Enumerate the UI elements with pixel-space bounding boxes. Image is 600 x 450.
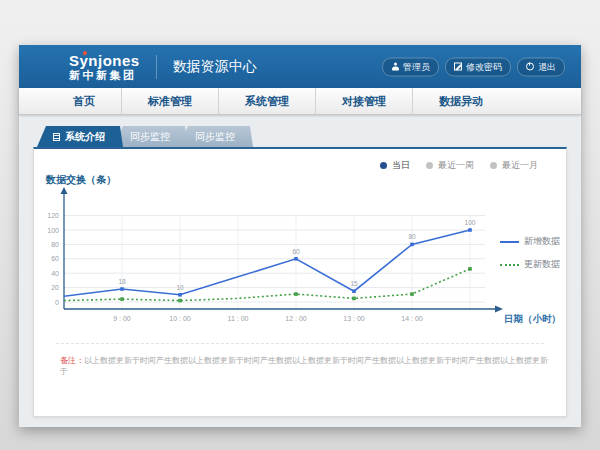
nav-item-system-mgmt[interactable]: 系统管理 — [219, 88, 316, 114]
svg-text:120: 120 — [47, 212, 59, 219]
user-button-label: 管理员 — [403, 60, 430, 73]
range-label: 最近一月 — [502, 159, 538, 172]
y-axis-title: 数据交换（条） — [46, 173, 116, 187]
svg-text:9 : 00: 9 : 00 — [113, 315, 131, 322]
x-axis-title: 日期（小时） — [504, 313, 561, 326]
user-button[interactable]: 管理员 — [382, 57, 439, 76]
tab-label: 同步监控 — [130, 130, 170, 144]
radio-dot-icon — [426, 162, 433, 169]
svg-text:60: 60 — [51, 255, 59, 262]
main-nav: 首页 标准管理 系统管理 对接管理 数据异动 — [19, 88, 581, 115]
change-password-button[interactable]: 修改密码 — [445, 57, 511, 76]
radio-dot-icon — [490, 162, 497, 169]
tab-label: 系统介绍 — [65, 130, 105, 144]
solid-line-swatch-icon — [500, 241, 519, 243]
svg-text:18: 18 — [118, 278, 126, 285]
nav-item-interface-mgmt[interactable]: 对接管理 — [316, 88, 413, 114]
tab-label: 同步监控 — [195, 130, 235, 144]
svg-text:60: 60 — [292, 248, 300, 255]
footnote-label: 备注： — [60, 356, 84, 365]
time-range-filters: 当日 最近一周 最近一月 — [380, 159, 538, 172]
header-actions: 管理员 修改密码 退出 — [382, 57, 565, 76]
legend-item-updated-data: 更新数据 — [500, 258, 560, 271]
range-last-week[interactable]: 最近一周 — [426, 159, 474, 172]
range-label: 最近一周 — [438, 159, 474, 172]
svg-text:80: 80 — [51, 241, 59, 248]
footnote-text: 以上数据更新于时间产生数据以上数据更新于时间产生数据以上数据更新于时间产生数据以… — [60, 356, 548, 376]
footnote: 备注：以上数据更新于时间产生数据以上数据更新于时间产生数据以上数据更新于时间产生… — [60, 355, 550, 377]
user-icon — [391, 63, 399, 71]
svg-text:100: 100 — [47, 227, 59, 234]
svg-text:0: 0 — [55, 299, 59, 306]
range-label: 当日 — [392, 159, 410, 172]
tab-system-intro[interactable]: 系统介绍 — [37, 126, 123, 147]
radio-dot-icon — [380, 162, 387, 169]
svg-text:15: 15 — [350, 280, 358, 287]
svg-text:10: 10 — [176, 284, 184, 291]
dotted-line-swatch-icon — [500, 264, 519, 266]
power-icon — [526, 63, 534, 71]
svg-text:80: 80 — [408, 233, 416, 240]
tab-sync-monitor-1[interactable]: 同步监控 — [114, 126, 188, 147]
logo-text-cn: 新中新集团 — [69, 70, 140, 81]
chart-legend: 新增数据 更新数据 — [500, 235, 560, 271]
logout-button[interactable]: 退出 — [517, 57, 565, 76]
tab-bar: 系统介绍 同步监控 同步监控 — [37, 126, 244, 147]
legend-item-new-data: 新增数据 — [500, 235, 560, 248]
svg-text:11 : 00: 11 : 00 — [228, 315, 249, 322]
content-panel: 当日 最近一周 最近一月 数据交换（条） 0204060801001209 : … — [33, 147, 567, 417]
document-icon — [53, 133, 60, 141]
range-last-month[interactable]: 最近一月 — [490, 159, 538, 172]
nav-item-data-change[interactable]: 数据异动 — [413, 88, 509, 114]
svg-text:14 : 00: 14 : 00 — [401, 315, 423, 322]
line-chart: 0204060801001209 : 0010 : 0011 : 0012 : … — [40, 187, 520, 329]
svg-text:13 : 00: 13 : 00 — [343, 315, 365, 322]
app-window: Synjones 新中新集团 数据资源中心 管理员 修改密码 退出 首页 标准管… — [19, 45, 581, 427]
svg-text:10 : 00: 10 : 00 — [169, 315, 191, 322]
edit-icon — [454, 63, 462, 71]
change-password-label: 修改密码 — [466, 60, 502, 73]
nav-item-home[interactable]: 首页 — [47, 88, 122, 114]
tab-sync-monitor-2[interactable]: 同步监控 — [179, 126, 253, 147]
page-title: 数据资源中心 — [156, 55, 257, 79]
company-logo: Synjones 新中新集团 — [69, 53, 140, 81]
legend-label: 更新数据 — [524, 258, 560, 271]
nav-item-standard-mgmt[interactable]: 标准管理 — [122, 88, 219, 114]
svg-text:20: 20 — [51, 284, 59, 291]
svg-text:40: 40 — [51, 270, 59, 277]
svg-text:12 : 00: 12 : 00 — [285, 315, 307, 322]
dashed-divider — [56, 343, 544, 344]
app-header: Synjones 新中新集团 数据资源中心 管理员 修改密码 退出 — [19, 45, 581, 88]
logout-label: 退出 — [538, 60, 556, 73]
logo-text-en: Synjones — [69, 53, 140, 68]
legend-label: 新增数据 — [524, 235, 560, 248]
range-today[interactable]: 当日 — [380, 159, 410, 172]
svg-text:100: 100 — [465, 219, 476, 226]
